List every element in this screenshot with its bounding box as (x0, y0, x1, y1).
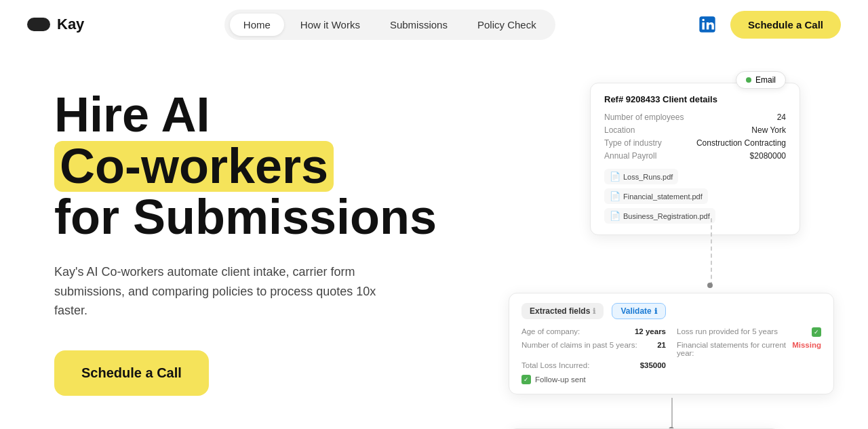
svg-point-2 (703, 19, 705, 21)
client-label-employees: Number of employees (604, 113, 684, 122)
svg-rect-1 (703, 22, 705, 30)
info-icon: ℹ (593, 307, 595, 316)
ext-row-loss-incurred: Total Loss Incurred: $35000 (521, 361, 666, 369)
nav-how-it-works[interactable]: How it Works (287, 14, 374, 36)
client-row-location: Location New York (604, 125, 786, 135)
nav-links: Home How it Works Submissions Policy Che… (224, 9, 555, 40)
nav-home[interactable]: Home (230, 14, 284, 36)
follow-up-check: ✓ (521, 375, 531, 384)
client-val-location: New York (751, 125, 786, 135)
logo-icon (27, 18, 50, 31)
connector-dot-1 (707, 283, 713, 288)
logo[interactable]: Kay (27, 16, 84, 33)
email-dot (746, 77, 751, 83)
client-val-industry: Construction Contracting (696, 138, 786, 148)
hero-section: Hire AI Co-workers for Submissions Kay's… (0, 49, 868, 429)
extracted-grid: Age of company: 12 years Loss run provid… (521, 327, 821, 369)
navbar: Kay Home How it Works Submissions Policy… (0, 0, 868, 49)
hero-title-part2: for Submissions (54, 190, 437, 244)
client-details-card: Email Ref# 9208433 Client details Number… (590, 83, 800, 235)
connector-line-2 (671, 398, 673, 428)
client-label-location: Location (604, 125, 635, 135)
client-label-payroll: Annual Payroll (604, 151, 656, 161)
hero-subtitle: Kay's AI Co-workers automate client inta… (54, 262, 380, 321)
nav-policy-check[interactable]: Policy Check (464, 14, 550, 36)
client-row-payroll: Annual Payroll $2080000 (604, 151, 786, 161)
client-row-employees: Number of employees 24 (604, 113, 786, 122)
email-badge: Email (736, 71, 786, 89)
file-business: 📄 Business_Registration.pdf (604, 208, 715, 224)
extracted-fields-card: Extracted fields ℹ Validate ℹ Age of com… (509, 293, 834, 394)
schedule-call-nav-button[interactable]: Schedule a Call (730, 11, 841, 39)
file-loss-runs: 📄 Loss_Runs.pdf (604, 169, 678, 184)
hero-text: Hire AI Co-workers for Submissions Kay's… (54, 89, 488, 396)
ext-row-loss-run: Loss run provided for 5 years ✓ (677, 327, 821, 337)
file-financial: 📄 Financial_statement.pdf (604, 188, 708, 204)
hero-title-highlight: Co-workers (54, 141, 334, 192)
validate-info-icon: ℹ (654, 307, 657, 316)
ext-row-age: Age of company: 12 years (521, 327, 666, 337)
file-icon-2: 📄 (610, 191, 620, 201)
client-files: 📄 Loss_Runs.pdf 📄 Financial_statement.pd… (604, 169, 786, 224)
ext-row-financial: Financial statements for current year: M… (677, 341, 821, 357)
nav-right: Schedule a Call (695, 11, 841, 39)
linkedin-icon[interactable] (695, 12, 719, 37)
logo-text: Kay (57, 16, 84, 33)
client-label-industry: Type of industry (604, 138, 662, 148)
ext-row-claims: Number of claims in past 5 years: 21 (521, 341, 666, 357)
client-ref: Ref# 9208433 Client details (604, 94, 786, 104)
validate-badge: Validate ℹ (612, 303, 665, 319)
file-icon-3: 📄 (610, 211, 620, 221)
dashboard-visual: Email Ref# 9208433 Client details Number… (515, 83, 841, 422)
extracted-badge: Extracted fields ℹ (521, 303, 604, 319)
extracted-header: Extracted fields ℹ Validate ℹ (521, 303, 821, 319)
schedule-call-hero-button[interactable]: Schedule a Call (54, 350, 209, 396)
follow-up-status: ✓ Follow-up sent (521, 375, 821, 384)
connector-line-1 (711, 218, 712, 286)
client-val-employees: 24 (777, 113, 786, 122)
client-val-payroll: $2080000 (750, 151, 786, 161)
hero-title: Hire AI Co-workers for Submissions (54, 89, 488, 243)
client-row-industry: Type of industry Construction Contractin… (604, 138, 786, 148)
check-icon: ✓ (812, 327, 821, 337)
file-icon-1: 📄 (610, 171, 620, 182)
nav-submissions[interactable]: Submissions (376, 14, 461, 36)
hero-title-part1: Hire AI (54, 87, 210, 142)
